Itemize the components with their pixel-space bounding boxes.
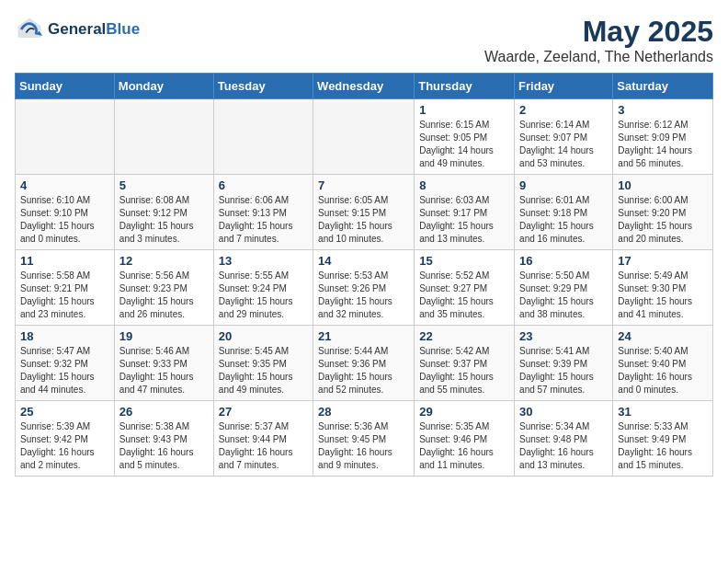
day-number: 5 (119, 178, 209, 192)
logo-general: General (48, 20, 106, 38)
day-info: Sunrise: 5:49 AM Sunset: 9:30 PM Dayligh… (618, 270, 708, 321)
day-number: 8 (419, 178, 509, 192)
weekday-header-thursday: Thursday (415, 74, 515, 99)
day-number: 25 (20, 405, 109, 419)
calendar-cell: 13Sunrise: 5:55 AM Sunset: 9:24 PM Dayli… (213, 250, 313, 326)
day-info: Sunrise: 5:47 AM Sunset: 9:32 PM Dayligh… (20, 345, 109, 396)
calendar-cell: 12Sunrise: 5:56 AM Sunset: 9:23 PM Dayli… (114, 250, 213, 326)
day-number: 15 (419, 254, 509, 268)
calendar-cell: 6Sunrise: 6:06 AM Sunset: 9:13 PM Daylig… (213, 175, 313, 250)
day-info: Sunrise: 5:35 AM Sunset: 9:46 PM Dayligh… (419, 420, 509, 472)
week-row-3: 11Sunrise: 5:58 AM Sunset: 9:21 PM Dayli… (16, 250, 713, 326)
weekday-header-monday: Monday (114, 74, 213, 99)
day-number: 22 (419, 329, 509, 343)
calendar-cell: 5Sunrise: 6:08 AM Sunset: 9:12 PM Daylig… (114, 175, 213, 250)
day-info: Sunrise: 5:58 AM Sunset: 9:21 PM Dayligh… (20, 270, 109, 321)
day-number: 2 (519, 103, 608, 117)
day-info: Sunrise: 5:56 AM Sunset: 9:23 PM Dayligh… (119, 270, 209, 321)
day-info: Sunrise: 5:36 AM Sunset: 9:45 PM Dayligh… (318, 420, 409, 472)
day-number: 28 (318, 405, 409, 419)
title-area: May 2025 Waarde, Zeeland, The Netherland… (484, 15, 713, 65)
week-row-5: 25Sunrise: 5:39 AM Sunset: 9:42 PM Dayli… (16, 401, 713, 477)
day-info: Sunrise: 5:38 AM Sunset: 9:43 PM Dayligh… (119, 420, 209, 472)
day-info: Sunrise: 6:08 AM Sunset: 9:12 PM Dayligh… (119, 194, 209, 246)
day-info: Sunrise: 5:33 AM Sunset: 9:49 PM Dayligh… (618, 420, 708, 472)
day-number: 23 (519, 329, 608, 343)
day-info: Sunrise: 5:34 AM Sunset: 9:48 PM Dayligh… (519, 420, 608, 472)
calendar-cell: 26Sunrise: 5:38 AM Sunset: 9:43 PM Dayli… (114, 401, 213, 477)
page-container: GeneralBlue May 2025 Waarde, Zeeland, Th… (15, 15, 713, 477)
day-number: 19 (119, 329, 209, 343)
day-number: 1 (419, 103, 509, 117)
day-info: Sunrise: 5:40 AM Sunset: 9:40 PM Dayligh… (618, 345, 708, 396)
day-info: Sunrise: 5:39 AM Sunset: 9:42 PM Dayligh… (20, 420, 109, 472)
day-info: Sunrise: 6:05 AM Sunset: 9:15 PM Dayligh… (318, 194, 409, 246)
day-info: Sunrise: 6:15 AM Sunset: 9:05 PM Dayligh… (419, 119, 509, 170)
day-number: 31 (618, 405, 708, 419)
day-number: 17 (618, 254, 708, 268)
day-number: 3 (618, 103, 708, 117)
calendar-cell: 17Sunrise: 5:49 AM Sunset: 9:30 PM Dayli… (613, 250, 713, 326)
week-row-2: 4Sunrise: 6:10 AM Sunset: 9:10 PM Daylig… (16, 175, 713, 250)
day-info: Sunrise: 5:46 AM Sunset: 9:33 PM Dayligh… (119, 345, 209, 396)
day-info: Sunrise: 6:14 AM Sunset: 9:07 PM Dayligh… (519, 119, 608, 170)
calendar-cell: 3Sunrise: 6:12 AM Sunset: 9:09 PM Daylig… (613, 99, 713, 175)
weekday-header-wednesday: Wednesday (313, 74, 415, 99)
day-number: 7 (318, 178, 409, 192)
logo-icon (15, 15, 44, 44)
calendar-cell: 8Sunrise: 6:03 AM Sunset: 9:17 PM Daylig… (415, 175, 515, 250)
calendar-cell (114, 99, 213, 175)
day-number: 16 (519, 254, 608, 268)
calendar-cell: 29Sunrise: 5:35 AM Sunset: 9:46 PM Dayli… (415, 401, 515, 477)
day-number: 11 (20, 254, 109, 268)
day-number: 18 (20, 329, 109, 343)
logo-area: GeneralBlue (15, 15, 140, 44)
day-info: Sunrise: 5:53 AM Sunset: 9:26 PM Dayligh… (318, 270, 409, 321)
calendar-cell: 21Sunrise: 5:44 AM Sunset: 9:36 PM Dayli… (313, 326, 415, 401)
calendar-cell: 10Sunrise: 6:00 AM Sunset: 9:20 PM Dayli… (613, 175, 713, 250)
weekday-header-sunday: Sunday (16, 74, 115, 99)
day-info: Sunrise: 5:41 AM Sunset: 9:39 PM Dayligh… (519, 345, 608, 396)
calendar-cell: 16Sunrise: 5:50 AM Sunset: 9:29 PM Dayli… (515, 250, 613, 326)
day-info: Sunrise: 5:37 AM Sunset: 9:44 PM Dayligh… (219, 420, 308, 472)
day-number: 9 (519, 178, 608, 192)
day-info: Sunrise: 6:03 AM Sunset: 9:17 PM Dayligh… (419, 194, 509, 246)
calendar-cell: 11Sunrise: 5:58 AM Sunset: 9:21 PM Dayli… (16, 250, 115, 326)
day-number: 21 (318, 329, 409, 343)
day-info: Sunrise: 5:45 AM Sunset: 9:35 PM Dayligh… (219, 345, 308, 396)
calendar-cell: 22Sunrise: 5:42 AM Sunset: 9:37 PM Dayli… (415, 326, 515, 401)
day-number: 14 (318, 254, 409, 268)
day-info: Sunrise: 5:52 AM Sunset: 9:27 PM Dayligh… (419, 270, 509, 321)
day-number: 30 (519, 405, 608, 419)
day-number: 26 (119, 405, 209, 419)
calendar-cell: 28Sunrise: 5:36 AM Sunset: 9:45 PM Dayli… (313, 401, 415, 477)
day-number: 10 (618, 178, 708, 192)
calendar-table: SundayMondayTuesdayWednesdayThursdayFrid… (15, 73, 713, 477)
calendar-cell: 15Sunrise: 5:52 AM Sunset: 9:27 PM Dayli… (415, 250, 515, 326)
day-info: Sunrise: 5:44 AM Sunset: 9:36 PM Dayligh… (318, 345, 409, 396)
weekday-header-tuesday: Tuesday (213, 74, 313, 99)
calendar-cell: 20Sunrise: 5:45 AM Sunset: 9:35 PM Dayli… (213, 326, 313, 401)
calendar-cell: 4Sunrise: 6:10 AM Sunset: 9:10 PM Daylig… (16, 175, 115, 250)
calendar-cell (313, 99, 415, 175)
day-info: Sunrise: 6:10 AM Sunset: 9:10 PM Dayligh… (20, 194, 109, 246)
calendar-cell: 23Sunrise: 5:41 AM Sunset: 9:39 PM Dayli… (515, 326, 613, 401)
day-info: Sunrise: 6:06 AM Sunset: 9:13 PM Dayligh… (219, 194, 308, 246)
calendar-cell: 9Sunrise: 6:01 AM Sunset: 9:18 PM Daylig… (515, 175, 613, 250)
day-number: 6 (219, 178, 308, 192)
weekday-header-saturday: Saturday (613, 74, 713, 99)
logo-text-block: GeneralBlue (48, 21, 140, 39)
calendar-cell (213, 99, 313, 175)
day-number: 29 (419, 405, 509, 419)
location-title: Waarde, Zeeland, The Netherlands (484, 49, 713, 65)
header: GeneralBlue May 2025 Waarde, Zeeland, Th… (15, 15, 713, 65)
calendar-cell: 27Sunrise: 5:37 AM Sunset: 9:44 PM Dayli… (213, 401, 313, 477)
calendar-cell: 30Sunrise: 5:34 AM Sunset: 9:48 PM Dayli… (515, 401, 613, 477)
day-info: Sunrise: 5:42 AM Sunset: 9:37 PM Dayligh… (419, 345, 509, 396)
calendar-cell: 14Sunrise: 5:53 AM Sunset: 9:26 PM Dayli… (313, 250, 415, 326)
day-number: 24 (618, 329, 708, 343)
month-title: May 2025 (484, 15, 713, 49)
day-number: 27 (219, 405, 308, 419)
day-info: Sunrise: 6:12 AM Sunset: 9:09 PM Dayligh… (618, 119, 708, 170)
calendar-cell: 19Sunrise: 5:46 AM Sunset: 9:33 PM Dayli… (114, 326, 213, 401)
